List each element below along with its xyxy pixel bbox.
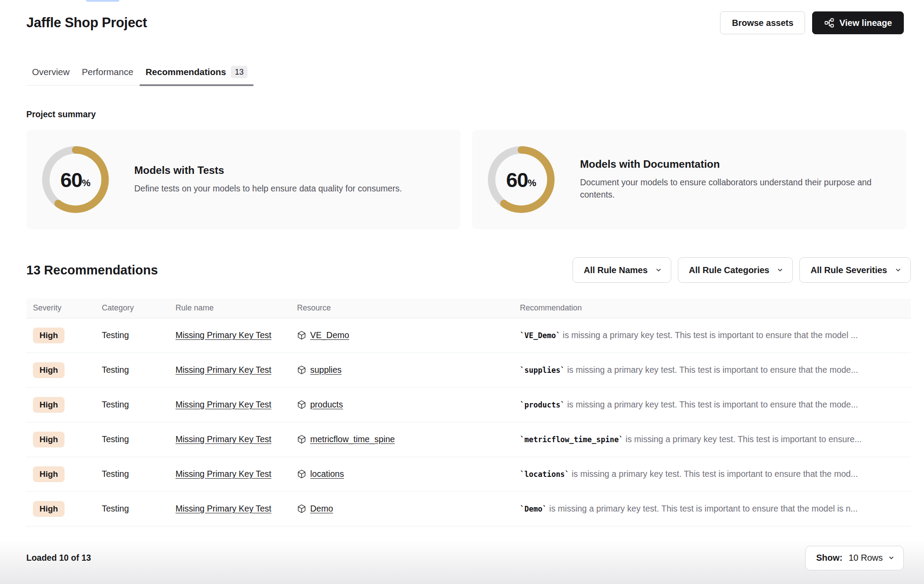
filter-rule-categories-label: All Rule Categories [689,265,769,275]
table-row: High Testing Missing Primary Key Test De… [26,491,911,526]
recommendation-cell: `supplies` is missing a primary key test… [520,353,911,387]
tab-overview-label: Overview [32,66,69,78]
column-recommendation: Recommendation [520,299,911,318]
filter-rule-names-label: All Rule Names [584,265,648,275]
category-cell: Testing [102,400,129,409]
filter-rule-names[interactable]: All Rule Names [573,257,671,283]
severity-badge: High [33,397,64,413]
rule-name-link[interactable]: Missing Primary Key Test [175,469,272,479]
filter-rule-severities[interactable]: All Rule Severities [799,257,911,283]
recommendation-code: `VE_Demo` [520,331,560,340]
filter-rule-categories[interactable]: All Rule Categories [678,257,793,283]
chevron-down-icon [777,267,784,274]
resource-link[interactable]: supplies [310,365,342,375]
recommendation-code: `supplies` [520,366,565,375]
tab-performance[interactable]: Performance [75,66,139,85]
table-footer: Loaded 10 of 13 Show: 10 Rows [26,546,904,570]
recommendation-cell: `products` is missing a primary key test… [520,387,911,422]
table-row: High Testing Missing Primary Key Test me… [26,422,911,457]
resource-link[interactable]: Demo [310,504,333,514]
card-title-tests: Models with Tests [134,164,402,177]
category-cell: Testing [102,469,129,479]
recommendations-count-badge: 13 [231,66,247,78]
tab-bar: Overview Performance Recommendations 13 [26,66,254,86]
table-header-row: Severity Category Rule name Resource Rec… [26,299,911,318]
column-rule-name: Rule name [175,299,297,318]
recommendation-code: `Demo` [520,505,547,513]
recommendation-cell: `VE_Demo` is missing a primary key test.… [520,318,911,353]
tab-overview[interactable]: Overview [26,66,75,85]
recommendations-title: 13 Recommendations [26,263,158,278]
chevron-down-icon [655,267,662,274]
show-label: Show: [816,553,842,563]
box-icon [297,504,306,513]
recommendation-text: is missing a primary key test. This test… [547,504,857,513]
docs-percent: 60 [506,168,528,192]
resource-link[interactable]: locations [310,469,344,479]
table-row: High Testing Missing Primary Key Test su… [26,353,911,387]
recommendation-cell: `locations` is missing a primary key tes… [520,457,911,491]
recommendation-text: is missing a primary key test. This test… [560,330,858,340]
recommendation-code: `products` [520,400,565,409]
lineage-icon [824,18,834,28]
browse-assets-label: Browse assets [732,18,793,28]
tab-recommendations[interactable]: Recommendations 13 [140,66,254,85]
recommendation-code: `locations` [520,470,569,479]
recommendations-table: Severity Category Rule name Resource Rec… [26,299,911,526]
tests-percent: 60 [61,168,82,192]
box-icon [297,469,306,479]
models-with-tests-card: 60 % Models with Tests Define tests on y… [26,130,461,229]
column-resource: Resource [297,299,520,318]
severity-badge: High [33,362,64,378]
severity-badge: High [33,466,64,482]
percent-sign: % [528,177,537,189]
rule-name-link[interactable]: Missing Primary Key Test [175,330,272,340]
category-cell: Testing [102,504,129,513]
page-title: Jaffle Shop Project [26,15,147,31]
donut-value: 60 % [488,146,555,213]
box-icon [297,365,306,375]
recommendation-text: is missing a primary key test. This test… [623,434,862,444]
card-desc-tests: Define tests on your models to help ensu… [134,183,402,195]
column-category: Category [102,299,175,318]
recommendation-text: is missing a primary key test. This test… [569,469,858,479]
donut-value: 60 % [42,146,109,213]
tests-donut-chart: 60 % [42,146,109,213]
resource-link[interactable]: products [310,400,343,410]
filter-rule-severities-label: All Rule Severities [810,265,887,275]
top-partial-element [86,0,119,2]
filter-bar: All Rule Names All Rule Categories All R… [573,257,911,283]
rows-per-page-dropdown[interactable]: Show: 10 Rows [805,546,904,570]
box-icon [297,400,306,409]
rule-name-link[interactable]: Missing Primary Key Test [175,400,272,409]
chevron-down-icon [895,267,902,274]
models-with-documentation-card: 60 % Models with Documentation Document … [472,130,906,229]
rule-name-link[interactable]: Missing Primary Key Test [175,365,272,375]
recommendation-cell: `Demo` is missing a primary key test. Th… [520,491,911,526]
severity-badge: High [33,501,64,517]
chevron-down-icon [888,555,895,561]
category-cell: Testing [102,330,129,340]
page-header: Jaffle Shop Project Browse assets View l… [0,0,924,34]
category-cell: Testing [102,434,129,444]
table-row: High Testing Missing Primary Key Test VE… [26,318,911,353]
card-title-docs: Models with Documentation [580,158,892,170]
card-desc-docs: Document your models to ensure collabora… [580,177,892,201]
rule-name-link[interactable]: Missing Primary Key Test [175,434,272,444]
resource-link[interactable]: metricflow_time_spine [310,434,395,444]
loaded-count-label: Loaded 10 of 13 [26,553,91,563]
box-icon [297,435,306,444]
resource-link[interactable]: VE_Demo [310,330,349,340]
card-text: Models with Tests Define tests on your m… [134,164,417,195]
view-lineage-button[interactable]: View lineage [812,11,904,34]
summary-cards: 60 % Models with Tests Define tests on y… [26,130,906,229]
table-row: High Testing Missing Primary Key Test pr… [26,387,911,422]
column-severity: Severity [26,299,102,318]
category-cell: Testing [102,365,129,375]
tab-performance-label: Performance [82,66,133,78]
rule-name-link[interactable]: Missing Primary Key Test [175,504,272,513]
view-lineage-label: View lineage [839,18,892,28]
browse-assets-button[interactable]: Browse assets [720,11,805,34]
severity-badge: High [33,328,64,343]
recommendation-text: is missing a primary key test. This test… [565,400,858,409]
